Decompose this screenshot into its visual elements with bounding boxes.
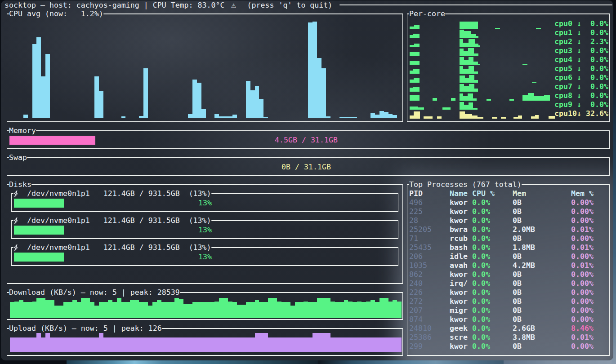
core-spark-bar xyxy=(476,36,478,38)
upload-bar xyxy=(170,337,174,352)
upload-bar xyxy=(210,337,214,352)
process-cpu: 0.0% xyxy=(472,270,490,279)
panel-border-line xyxy=(7,175,610,176)
download-bar xyxy=(268,298,272,318)
download-bar xyxy=(379,298,384,318)
download-bar xyxy=(50,300,54,318)
core-spark-bar xyxy=(460,49,464,56)
upload-bar xyxy=(99,333,103,352)
process-mem: 0B xyxy=(513,342,522,351)
panel-border-line xyxy=(609,130,610,149)
download-bar xyxy=(312,302,317,318)
download-bar xyxy=(152,302,157,318)
process-row: 226kwor0.0%0B0.00% xyxy=(409,288,610,297)
process-pid: 496 xyxy=(409,198,423,207)
core-spark-bar xyxy=(460,39,463,47)
memory-panel-title: Memory xyxy=(9,126,36,135)
panel-border-line xyxy=(402,184,403,284)
core-spark-bar xyxy=(460,84,464,92)
process-row: 206idle0.0%0B0.00% xyxy=(409,252,610,261)
upload-bar xyxy=(14,337,19,352)
download-bar xyxy=(59,306,63,318)
download-bar xyxy=(308,302,312,318)
terminal-window[interactable]: socktop — host: cachyos-gaming | CPU Tem… xyxy=(1,0,613,360)
panel-border-line xyxy=(407,121,610,122)
core-spark-bar xyxy=(531,116,535,119)
upload-bar xyxy=(157,337,161,352)
cpu-bar xyxy=(139,116,143,118)
download-bar xyxy=(166,302,170,318)
download-bar xyxy=(134,300,139,318)
disk-panel-title: /dev/nvme0n1p1 121.4GB / 931.5GB (13%) xyxy=(13,189,211,198)
process-pid: 240 xyxy=(409,279,423,288)
upload-bar xyxy=(214,337,219,352)
process-row: 25435bash0.0%1.8MB0.01% xyxy=(409,243,610,252)
cpu-bar xyxy=(388,114,393,118)
download-bar xyxy=(183,304,188,318)
core-spark-bar xyxy=(474,89,478,92)
upload-bar xyxy=(272,337,277,352)
download-bar xyxy=(108,300,112,318)
core-label: cpu6 ↓ 0.0% xyxy=(554,73,608,82)
process-name: scre xyxy=(450,333,468,342)
core-spark-bar xyxy=(522,95,528,101)
download-bar xyxy=(130,300,134,318)
app-title-text: socktop — host: cachyos-gaming | CPU Tem… xyxy=(4,1,229,9)
upload-bar xyxy=(143,337,148,352)
process-cpu: 0.0% xyxy=(472,225,490,234)
cpu-bar xyxy=(255,86,259,118)
panel-border-line xyxy=(7,283,403,284)
panel-border-line xyxy=(27,157,610,158)
upload-bar xyxy=(117,337,121,352)
cpu-bar xyxy=(344,117,348,118)
download-bar xyxy=(321,298,326,318)
cpu-bar xyxy=(143,68,148,118)
core-label: cpu8 ↓ 0.0% xyxy=(554,91,608,100)
cpu-bar xyxy=(188,114,192,118)
core-label: cpu9 ↓ 0.0% xyxy=(554,100,608,109)
core-spark-bar xyxy=(473,62,478,65)
download-bar xyxy=(170,302,174,318)
desktop: { "window": { "app_name": "socktop", "ti… xyxy=(0,0,616,364)
download-bar xyxy=(384,298,388,318)
upload-bar xyxy=(366,337,370,352)
download-bar xyxy=(32,302,36,318)
disk-title-text: /dev/nvme0n1p1 121.4GB / 931.5GB (13%) xyxy=(18,216,211,225)
process-pid: 874 xyxy=(409,315,423,324)
core-spark-bar xyxy=(460,66,463,74)
core-spark-bar xyxy=(451,98,455,101)
core-spark-bar xyxy=(460,102,464,110)
download-bar xyxy=(214,302,219,318)
upload-bar xyxy=(393,337,397,352)
process-row: 874kwor0.0%0B0.00% xyxy=(409,315,610,324)
download-bar xyxy=(295,302,299,318)
core-spark-bar xyxy=(410,88,413,92)
panel-border-line xyxy=(36,130,610,131)
panel-border-line xyxy=(180,292,403,293)
core-spark-bar xyxy=(414,111,420,119)
core-spark-bar xyxy=(414,25,420,29)
panel-border-line xyxy=(7,157,9,158)
process-memp: 0.00% xyxy=(571,270,594,279)
upload-bar xyxy=(379,337,384,352)
panel-border-line xyxy=(11,193,13,194)
core-label: cpu3 ↓ 0.0% xyxy=(554,46,608,55)
panel-border-line xyxy=(398,193,399,212)
core-spark-bar xyxy=(473,108,478,110)
core-label: cpu0 ↓ 0.0% xyxy=(554,19,608,28)
core-spark-bar xyxy=(475,44,478,47)
process-row: 299kwor0.0%0B0.00% xyxy=(409,342,610,351)
core-spark-bar xyxy=(460,93,463,101)
core-spark-bar xyxy=(410,71,413,74)
panel-border-line xyxy=(11,265,399,266)
core-spark-bar xyxy=(464,86,469,92)
upload-bar xyxy=(281,337,286,352)
download-bar xyxy=(85,298,90,318)
download-bar xyxy=(148,306,152,318)
panel-border-line xyxy=(11,247,12,266)
panel-border-line xyxy=(407,355,610,356)
cpu-bar xyxy=(379,111,384,118)
process-name: idle xyxy=(450,252,468,261)
core-label: cpu5 ↓ 0.0% xyxy=(554,64,608,73)
process-row: 862kwor0.0%0B0.00% xyxy=(409,270,610,279)
